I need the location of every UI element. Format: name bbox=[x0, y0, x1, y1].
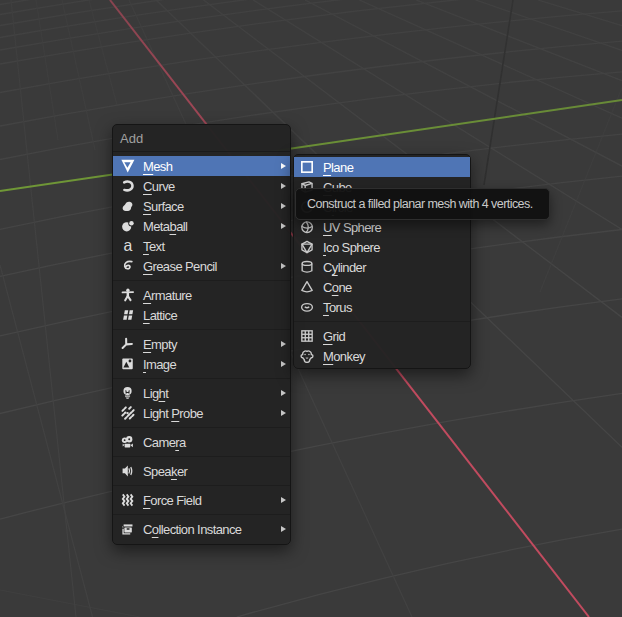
svg-text:a: a bbox=[124, 239, 133, 253]
